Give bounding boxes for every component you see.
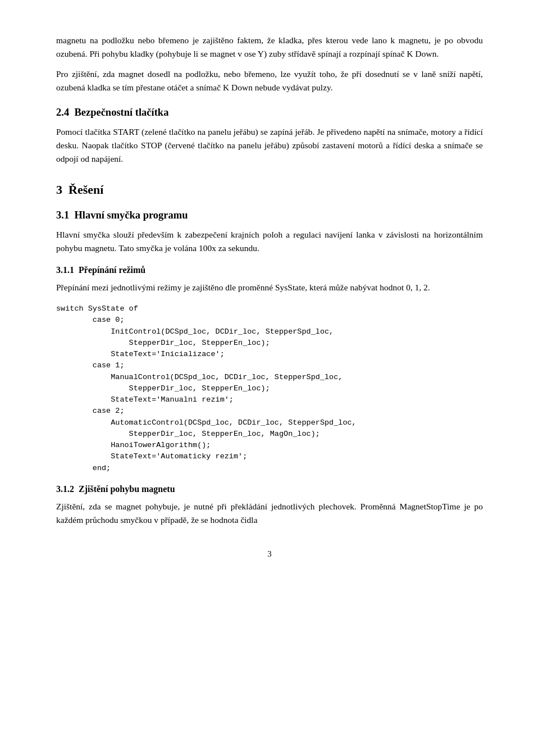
page-number: 3 xyxy=(56,549,483,559)
heading-3-label: Řešení xyxy=(68,183,103,197)
section-3-1-2: 3.1.2 Zjištění pohybu magnetu xyxy=(56,484,483,494)
section-3-1: 3.1 Hlavní smyčka programu xyxy=(56,210,483,221)
paragraph-6: Zjištění, zda se magnet pohybuje, je nut… xyxy=(56,500,483,527)
page: magnetu na podložku nebo břemeno je zaji… xyxy=(0,0,539,756)
heading-3-1-2-label: Zjištění pohybu magnetu xyxy=(79,484,175,494)
heading-3-1: 3.1 Hlavní smyčka programu xyxy=(56,210,483,221)
heading-3-1-num: 3.1 xyxy=(56,210,69,221)
heading-3: 3 Řešení xyxy=(56,183,483,197)
paragraph-3: Pomocí tlačítka START (zelené tlačítko n… xyxy=(56,125,483,166)
paragraph-5: Přepínání mezi jednotlivými režimy je za… xyxy=(56,281,483,294)
heading-3-1-1: 3.1.1 Přepínání režimů xyxy=(56,265,483,275)
heading-3-1-2-num: 3.1.2 xyxy=(56,484,74,494)
heading-2-4-num: 2.4 xyxy=(56,107,69,118)
section-3: 3 Řešení xyxy=(56,183,483,197)
paragraph-1: magnetu na podložku nebo břemeno je zaji… xyxy=(56,34,483,61)
paragraph-4: Hlavní smyčka slouží především k zabezpe… xyxy=(56,228,483,255)
heading-3-1-1-num: 3.1.1 xyxy=(56,265,74,275)
heading-3-num: 3 xyxy=(56,183,62,197)
section-2-4: 2.4 Bezpečnostní tlačítka xyxy=(56,107,483,119)
section-3-1-1: 3.1.1 Přepínání režimů xyxy=(56,265,483,275)
heading-3-1-2: 3.1.2 Zjištění pohybu magnetu xyxy=(56,484,483,494)
heading-2-4-label: Bezpečnostní tlačítka xyxy=(74,107,168,118)
heading-3-1-label: Hlavní smyčka programu xyxy=(74,210,188,221)
paragraph-2: Pro zjištění, zda magnet dosedl na podlo… xyxy=(56,67,483,94)
heading-3-1-1-label: Přepínání režimů xyxy=(79,265,145,275)
code-block: switch SysState of case 0; InitControl(D… xyxy=(56,303,483,474)
heading-2-4: 2.4 Bezpečnostní tlačítka xyxy=(56,107,483,119)
